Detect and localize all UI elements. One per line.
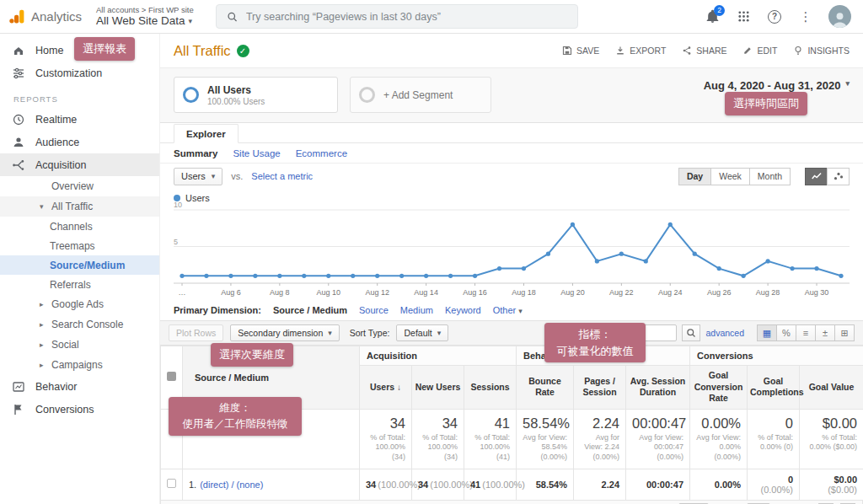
motion-chart-toggle-button[interactable] — [827, 168, 850, 185]
dimension-other[interactable]: Other ▾ — [493, 305, 523, 315]
column-header-goal-completions[interactable]: Goal Completions — [748, 366, 800, 410]
annotation-metric: 指標： 可被量化的數值 — [544, 323, 646, 362]
plot-rows-button[interactable]: Plot Rows — [169, 324, 223, 341]
select-metric-link[interactable]: Select a metric — [251, 171, 313, 181]
column-header-pages-session[interactable]: Pages / Session — [574, 366, 626, 410]
annotation-select-secondary-dimension: 選擇次要維度 — [211, 343, 293, 367]
column-header-avg-session-duration[interactable]: Avg. Session Duration — [626, 366, 690, 410]
sidebar-item-search-console[interactable]: ▸Search Console — [0, 314, 159, 335]
sidebar-item-behavior[interactable]: Behavior — [0, 375, 159, 398]
analytics-logo[interactable]: Analytics — [0, 8, 96, 25]
behavior-icon — [12, 380, 25, 394]
share-button[interactable]: SHARE — [682, 46, 726, 56]
column-header-new-users[interactable]: New Users — [412, 366, 464, 410]
search-input[interactable] — [246, 11, 567, 23]
export-icon — [615, 46, 625, 56]
tab-explorer[interactable]: Explorer — [174, 124, 239, 143]
sidebar-item-all-traffic[interactable]: ▾ All Traffic — [0, 196, 159, 217]
metric-dropdown[interactable]: Users ▾ — [174, 168, 222, 185]
granularity-week-button[interactable]: Week — [710, 168, 750, 185]
sidebar-item-google-ads[interactable]: ▸Google Ads — [0, 294, 159, 314]
help-button[interactable]: ? — [766, 8, 783, 25]
chart-legend: Users — [174, 190, 850, 206]
sidebar-item-campaigns[interactable]: ▸Campaigns — [0, 355, 159, 375]
granularity-day-button[interactable]: Day — [678, 168, 711, 185]
avatar[interactable] — [828, 5, 851, 28]
more-options-button[interactable]: ⋮ — [797, 8, 814, 25]
sidebar-item-social[interactable]: ▸Social — [0, 335, 159, 355]
dimension-source[interactable]: Source — [359, 305, 389, 315]
sidebar-item-audience[interactable]: Audience — [0, 131, 159, 153]
secondary-dimension-dropdown[interactable]: Secondary dimension ▾ — [230, 324, 340, 341]
table-view-buttons: ▦ % ≡ ± ⊞ — [758, 324, 855, 341]
sidebar-item-overview[interactable]: Overview — [0, 176, 159, 196]
segment-all-users[interactable]: All Users 100.00% Users — [174, 77, 338, 113]
subnav-site-usage[interactable]: Site Usage — [233, 148, 280, 158]
analytics-page: Analytics All accounts > First WP site A… — [0, 0, 863, 504]
sidebar-item-acquisition[interactable]: Acquisition — [0, 153, 159, 176]
kebab-icon: ⋮ — [800, 9, 812, 24]
comparison-view-button[interactable]: ± — [815, 324, 835, 341]
column-header-goal-conversion-rate[interactable]: Goal Conversion Rate — [690, 366, 748, 410]
users-line-chart[interactable]: 510…Aug 6Aug 8Aug 10Aug 12Aug 14Aug 16Au… — [174, 206, 850, 300]
save-button[interactable]: SAVE — [562, 46, 599, 56]
performance-view-icon: ≡ — [803, 328, 808, 338]
pivot-view-button[interactable]: ⊞ — [834, 324, 855, 341]
line-chart-toggle-button[interactable] — [805, 168, 828, 185]
sidebar-item-treemaps[interactable]: Treemaps — [0, 236, 159, 255]
customization-icon — [12, 67, 25, 80]
chevron-down-icon: ▾ — [189, 17, 193, 26]
sidebar-item-source-medium[interactable]: Source/Medium — [0, 255, 159, 275]
advanced-search-link[interactable]: advanced — [705, 328, 744, 338]
performance-view-button[interactable]: ≡ — [796, 324, 816, 341]
sidebar-item-conversions[interactable]: Conversions — [0, 398, 159, 421]
column-header-goal-value[interactable]: Goal Value — [800, 366, 863, 410]
sidebar-item-channels[interactable]: Channels — [0, 217, 159, 236]
reports-section-label: REPORTS — [0, 84, 159, 108]
edit-button[interactable]: EDIT — [742, 46, 777, 56]
sort-type-dropdown[interactable]: Default ▾ — [396, 324, 448, 341]
dimension-source-medium[interactable]: Source / Medium — [273, 305, 347, 315]
granularity-month-button[interactable]: Month — [749, 168, 791, 185]
group-header-acquisition: Acquisition — [360, 346, 517, 366]
dimension-keyword[interactable]: Keyword — [445, 305, 481, 315]
svg-text:Aug 16: Aug 16 — [463, 288, 487, 297]
person-icon — [12, 136, 25, 149]
percentage-view-button[interactable]: % — [776, 324, 796, 341]
table-footer: Show rows: 10 ▾ Go to: 1 - 1 of 1 ‹ › — [160, 501, 863, 504]
column-header-users[interactable]: Users ↓ — [360, 366, 412, 410]
column-header-sessions[interactable]: Sessions — [464, 366, 517, 410]
row-checkbox[interactable] — [167, 479, 176, 488]
subnav-summary[interactable]: Summary — [174, 148, 217, 158]
account-selector[interactable]: All accounts > First WP site All Web Sit… — [96, 5, 194, 29]
search-icon — [686, 328, 696, 338]
notifications-button[interactable]: 2 — [704, 8, 721, 25]
svg-text:Aug 10: Aug 10 — [317, 288, 341, 297]
data-view-button[interactable]: ▦ — [757, 324, 777, 341]
column-header-bounce-rate[interactable]: Bounce Rate — [517, 366, 574, 410]
legend-users-label: Users — [185, 193, 210, 203]
table-search-button[interactable] — [682, 324, 700, 341]
svg-text:Aug 20: Aug 20 — [560, 288, 585, 297]
sidebar-item-realtime[interactable]: Realtime — [0, 108, 159, 131]
pivot-view-icon: ⊞ — [840, 328, 848, 339]
export-button[interactable]: EXPORT — [615, 46, 666, 56]
select-all-checkbox[interactable] — [167, 372, 176, 381]
apps-button[interactable] — [735, 8, 752, 25]
report-actions: SAVE EXPORT SHARE EDIT INSIGHTS — [562, 46, 850, 56]
sidebar-item-customization[interactable]: Customization — [0, 62, 159, 84]
line-chart-icon — [811, 170, 823, 182]
dimension-medium[interactable]: Medium — [400, 305, 433, 315]
source-medium-link[interactable]: (direct) / (none) — [200, 480, 263, 490]
sidebar-item-referrals[interactable]: Referrals — [0, 275, 159, 294]
vs-label: vs. — [231, 171, 243, 181]
insights-button[interactable]: INSIGHTS — [793, 46, 850, 56]
subnav-ecommerce[interactable]: Ecommerce — [296, 148, 347, 158]
table-view-icon: ▦ — [763, 328, 771, 339]
global-search[interactable] — [216, 4, 578, 29]
expanded-arrow-icon: ▾ — [40, 202, 47, 211]
add-segment-button[interactable]: + Add Segment — [350, 77, 491, 113]
header-icons: 2 ? ⋮ — [704, 5, 863, 28]
svg-text:Aug 30: Aug 30 — [805, 288, 829, 297]
collapsed-arrow-icon: ▸ — [40, 340, 47, 349]
